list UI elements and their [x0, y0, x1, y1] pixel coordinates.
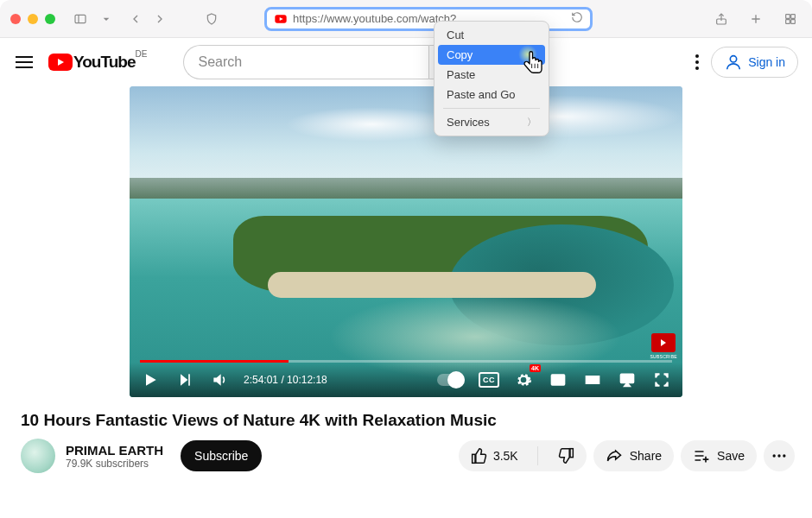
chevron-right-icon: 〉	[527, 116, 536, 129]
menu-separator	[443, 108, 540, 109]
video-title: 10 Hours Fantastic Views of Nature 4K wi…	[21, 411, 682, 430]
playlist-add-icon	[693, 447, 710, 464]
video-meta-row: PRIMAL EARTH 79.9K subscribers Subscribe…	[21, 439, 795, 473]
svg-rect-23	[570, 449, 573, 458]
tab-groups-dropdown[interactable]	[95, 8, 117, 30]
autoplay-toggle[interactable]	[437, 374, 465, 386]
search-placeholder: Search	[198, 54, 242, 70]
privacy-shield-icon[interactable]	[200, 8, 223, 30]
dislike-button[interactable]	[545, 440, 587, 471]
play-icon[interactable]	[140, 370, 161, 390]
svg-rect-20	[587, 376, 599, 383]
share-icon[interactable]	[710, 8, 733, 30]
subscribe-button[interactable]: Subscribe	[181, 440, 262, 471]
subscribe-watermark-icon[interactable]	[651, 333, 676, 352]
like-dislike-group: 3.5K	[459, 440, 587, 471]
back-button[interactable]	[124, 8, 147, 30]
like-count: 3.5K	[493, 449, 518, 463]
quality-badge: 4K	[530, 364, 541, 372]
fullscreen-icon[interactable]	[651, 370, 672, 390]
svg-rect-17	[188, 374, 190, 385]
airplay-icon[interactable]	[617, 370, 638, 390]
menu-icon[interactable]	[14, 52, 35, 73]
context-menu: Cut Copy Paste Paste and Go Services〉	[434, 21, 549, 136]
svg-point-31	[783, 454, 785, 457]
save-label: Save	[717, 449, 745, 463]
video-container: SUBSCRIBE 2:54:01 / 10:12:18 CC 4K	[130, 86, 682, 397]
close-window[interactable]	[10, 14, 21, 24]
share-arrow-icon	[606, 447, 623, 464]
safari-toolbar: https://www.youtube.com/watch?	[0, 0, 812, 38]
reload-icon[interactable]	[571, 11, 583, 26]
menu-services[interactable]: Services〉	[435, 112, 549, 132]
site-favicon	[274, 12, 288, 26]
channel-subscribers: 79.9K subscribers	[66, 458, 163, 470]
save-button[interactable]: Save	[681, 440, 757, 471]
channel-info: PRIMAL EARTH 79.9K subscribers	[66, 443, 163, 470]
like-button[interactable]: 3.5K	[459, 440, 530, 471]
click-indicator	[518, 45, 537, 64]
share-label: Share	[630, 449, 662, 463]
action-bar: 3.5K Share Save	[459, 440, 795, 471]
svg-rect-7	[791, 14, 796, 18]
new-tab-icon[interactable]	[745, 8, 767, 30]
svg-rect-21	[621, 374, 634, 382]
window-controls	[10, 14, 55, 24]
tab-overview-icon[interactable]	[779, 8, 802, 30]
svg-rect-6	[786, 14, 790, 18]
volume-icon[interactable]	[209, 370, 230, 390]
subscribe-watermark-label: SUBSCRIBE	[650, 354, 677, 359]
player-controls: 2:54:01 / 10:12:18 CC 4K	[130, 363, 682, 397]
channel-name[interactable]: PRIMAL EARTH	[66, 443, 163, 458]
svg-point-16	[731, 56, 737, 62]
menu-cut[interactable]: Cut	[435, 25, 549, 45]
settings-dots-icon[interactable]	[695, 54, 699, 70]
svg-rect-19	[558, 380, 563, 383]
theater-icon[interactable]	[582, 370, 603, 390]
search-input[interactable]: Search	[183, 45, 428, 79]
more-actions-button[interactable]	[764, 440, 795, 471]
share-button[interactable]: Share	[593, 440, 674, 471]
thumbs-up-icon	[471, 447, 488, 464]
user-icon	[724, 53, 743, 72]
sidebar-toggle[interactable]	[69, 8, 92, 30]
svg-rect-8	[786, 19, 790, 23]
svg-point-29	[773, 454, 776, 457]
settings-icon[interactable]: 4K	[513, 370, 534, 390]
timecode: 2:54:01 / 10:12:18	[244, 374, 327, 386]
region-code: DE	[136, 49, 148, 59]
svg-rect-22	[473, 454, 475, 463]
menu-paste-and-go[interactable]: Paste and Go	[435, 85, 549, 104]
sign-in-label: Sign in	[748, 55, 785, 69]
youtube-logo[interactable]: YouTube DE	[48, 53, 135, 72]
channel-avatar[interactable]	[21, 439, 55, 473]
captions-icon[interactable]: CC	[479, 372, 499, 388]
forward-button[interactable]	[149, 8, 171, 30]
next-icon[interactable]	[174, 370, 195, 390]
youtube-play-icon	[48, 54, 73, 71]
maximize-window[interactable]	[45, 14, 55, 24]
youtube-header: YouTube DE Search Sign in	[0, 38, 812, 86]
menu-paste[interactable]: Paste	[435, 65, 549, 85]
svg-rect-9	[791, 19, 796, 23]
sign-in-button[interactable]: Sign in	[711, 47, 798, 78]
miniplayer-icon[interactable]	[548, 370, 568, 390]
minimize-window[interactable]	[28, 14, 38, 24]
more-dots-icon	[771, 447, 788, 464]
youtube-wordmark: YouTube	[73, 53, 135, 72]
video-player[interactable]: SUBSCRIBE 2:54:01 / 10:12:18 CC 4K	[130, 86, 682, 397]
svg-rect-0	[75, 15, 86, 22]
svg-point-30	[777, 454, 780, 457]
thumbs-down-icon	[557, 447, 574, 464]
